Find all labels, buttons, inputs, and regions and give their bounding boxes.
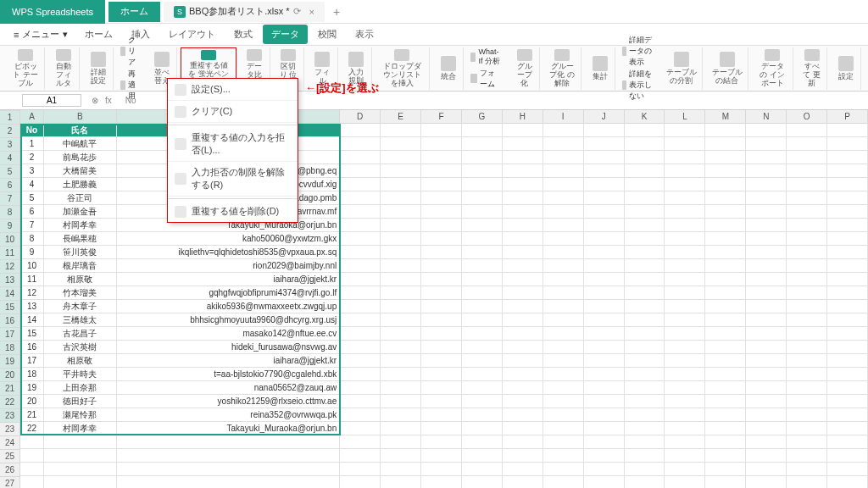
cell[interactable] (665, 313, 705, 327)
cell[interactable] (625, 205, 665, 219)
cell[interactable] (787, 476, 827, 488)
cell[interactable] (787, 205, 827, 219)
cell[interactable] (462, 273, 503, 286)
ribbon-tab-home[interactable]: ホーム (76, 25, 121, 44)
dropdown-list-button[interactable]: ドロップダウンリスト を挿入 (376, 47, 430, 90)
cell[interactable] (746, 341, 787, 354)
cell[interactable] (381, 286, 421, 300)
cell[interactable] (462, 449, 503, 463)
cell[interactable] (705, 476, 746, 488)
cell[interactable]: 22 (20, 422, 44, 435)
cell[interactable] (584, 463, 625, 476)
cell[interactable] (462, 381, 503, 395)
menu-delete-duplicates[interactable]: 重複する値を削除(D) (168, 201, 298, 222)
cell[interactable] (543, 205, 584, 219)
col-header-G[interactable]: G (462, 110, 503, 124)
cell[interactable] (705, 368, 746, 381)
cell[interactable] (503, 408, 543, 422)
cell[interactable] (421, 449, 462, 463)
cell[interactable] (584, 259, 625, 273)
cell[interactable] (462, 191, 503, 205)
menu-remove-restriction[interactable]: 入力拒否の制限を解除する(R) (168, 162, 298, 197)
cell[interactable] (827, 205, 868, 219)
cell[interactable] (503, 463, 543, 476)
cell[interactable] (340, 232, 381, 246)
cell[interactable]: 根岸璃音 (44, 259, 117, 273)
cell[interactable] (746, 476, 787, 488)
cell[interactable] (584, 151, 625, 164)
cell[interactable]: 古沢英樹 (44, 341, 117, 354)
cell[interactable] (462, 137, 503, 151)
cell[interactable] (584, 164, 625, 178)
cell[interactable] (503, 219, 543, 232)
cell[interactable] (787, 341, 827, 354)
cell[interactable] (787, 422, 827, 435)
cell[interactable] (462, 205, 503, 219)
cell[interactable]: 大橋留美 (44, 164, 117, 178)
cell[interactable] (665, 463, 705, 476)
cell[interactable] (20, 476, 44, 488)
cell[interactable] (787, 178, 827, 191)
cell[interactable] (625, 354, 665, 368)
cell[interactable]: 20 (20, 395, 44, 408)
cell[interactable] (584, 422, 625, 435)
cell[interactable] (787, 286, 827, 300)
cell[interactable] (543, 341, 584, 354)
cell[interactable] (462, 395, 503, 408)
cell[interactable] (665, 124, 705, 137)
cell[interactable] (503, 300, 543, 313)
cell[interactable] (543, 422, 584, 435)
cell[interactable] (421, 463, 462, 476)
cell[interactable] (787, 395, 827, 408)
cell[interactable] (625, 151, 665, 164)
cell[interactable]: 13 (20, 300, 44, 313)
cell[interactable]: 古花昌子 (44, 327, 117, 341)
refresh-all-button[interactable]: すべて 更新 (797, 47, 827, 90)
cell[interactable] (665, 219, 705, 232)
cell[interactable] (665, 449, 705, 463)
cell[interactable] (787, 408, 827, 422)
cell[interactable] (421, 137, 462, 151)
cell[interactable] (665, 368, 705, 381)
cell[interactable] (421, 273, 462, 286)
cell[interactable]: akiko5936@nwmaxxeetx.zwgqj.up (117, 300, 340, 313)
cell[interactable] (746, 354, 787, 368)
cell[interactable] (543, 381, 584, 395)
ribbon-tab-view[interactable]: 表示 (347, 25, 382, 44)
cell[interactable]: 谷正司 (44, 191, 117, 205)
cell[interactable] (381, 476, 421, 488)
cell[interactable] (584, 300, 625, 313)
cell[interactable] (787, 246, 827, 259)
cell[interactable]: reina352@ovrwwqa.pk (117, 408, 340, 422)
cell[interactable] (381, 463, 421, 476)
col-header-D[interactable]: D (340, 110, 381, 124)
import-button[interactable]: データの インポート (752, 47, 793, 90)
cell[interactable] (340, 286, 381, 300)
cell[interactable]: 村岡孝幸 (44, 219, 117, 232)
cell[interactable]: iaihara@jgjekt.kr (117, 354, 340, 368)
whatif-button[interactable]: What-If 分析 (470, 47, 503, 67)
cell[interactable]: 17 (20, 354, 44, 368)
cell[interactable]: 5 (20, 191, 44, 205)
cell[interactable] (421, 219, 462, 232)
cell[interactable] (584, 395, 625, 408)
cell[interactable]: 徳田好子 (44, 395, 117, 408)
cell[interactable] (421, 327, 462, 341)
cell[interactable] (584, 341, 625, 354)
cell[interactable] (787, 313, 827, 327)
cell[interactable]: No (20, 124, 44, 137)
cell[interactable] (381, 327, 421, 341)
cell[interactable] (543, 164, 584, 178)
cell[interactable] (421, 408, 462, 422)
cell[interactable] (584, 286, 625, 300)
cell[interactable] (381, 313, 421, 327)
cell[interactable]: 氏名 (44, 124, 117, 137)
cell[interactable]: 長嶋果穂 (44, 232, 117, 246)
cell[interactable] (543, 259, 584, 273)
cell[interactable] (625, 273, 665, 286)
detail-settings-button[interactable]: 詳細 設定 (83, 47, 114, 90)
cell[interactable] (340, 408, 381, 422)
fx-icon[interactable]: fx (105, 96, 112, 105)
settings-button[interactable]: 設定 (831, 47, 861, 90)
cell[interactable] (381, 273, 421, 286)
